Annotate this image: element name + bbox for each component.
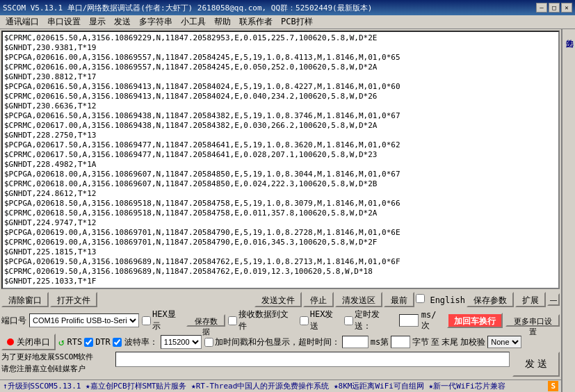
display-line: $CPRMC,020617.50,A,3156.10869477,N,11847… (4, 150, 557, 160)
clear-send-button[interactable]: 清发送区 (335, 292, 382, 307)
display-line: $PCPGA,020618.00,A,3156.10869607,N,11847… (4, 170, 557, 179)
display-line: $CPRMC,020618.50,A,3156.10869518,N,11847… (4, 209, 557, 218)
save-param-button[interactable]: 保存参数 (467, 292, 514, 307)
save-data-button[interactable]: 保存数据 (186, 314, 225, 327)
text-display[interactable]: $PCPGA,020615.00,A,3156.10869174,N,11847… (1, 31, 560, 289)
display-line: $GNHDT,230.9381,T*19 (4, 43, 557, 53)
display-line: $PCPGA,020616.50,A,3156.10869438,N,11847… (4, 111, 557, 121)
display-line: $PCPGA,020616.50,A,3156.10869413,N,11847… (4, 82, 557, 92)
hex-display-checkbox[interactable] (142, 316, 151, 325)
display-line: $GNHDT,225.1033,T*1F (4, 277, 557, 286)
timestamp-settings: 加时间戳和分包显示，超时时间： 0 ms第 1 字节 至 末尾 加校验 None (204, 336, 521, 348)
checksum-label: 加校验 (460, 336, 485, 348)
menu-display[interactable]: 显示 (85, 15, 110, 29)
timed-send-label: 定时发送： (344, 309, 396, 332)
last-button[interactable]: 最前 (384, 292, 414, 307)
left-panel: $PCPGA,020615.00,A,3156.10869174,N,11847… (0, 29, 562, 392)
right-panel: 选的文 (562, 29, 575, 392)
display-line: $PCPGA,020619.00,A,3156.10869701,N,11847… (4, 228, 557, 238)
menu-tools[interactable]: 小工具 (177, 15, 210, 29)
status-text: ↑升级到SSCOM5.13.1 ★嘉立创PCB打样SMT贴片服务 ★RT-Thr… (3, 381, 548, 391)
ms-label: ms第 (371, 336, 389, 348)
send-file-button[interactable]: 发送文件 (254, 292, 302, 307)
dtr-label: DTR (95, 337, 111, 347)
minimize-button[interactable]: — (536, 3, 547, 13)
english-checkbox[interactable] (416, 294, 425, 303)
timeout-input[interactable]: 0 (342, 336, 369, 348)
display-line: $GNHDT,230.6636,T*12 (4, 101, 557, 111)
to-label: 至 (431, 336, 439, 348)
timestamp-label: 加时间戳和分包显示，超时时间： (204, 336, 340, 348)
maximize-button[interactable]: □ (549, 3, 560, 13)
menu-multistring[interactable]: 多字符串 (135, 15, 177, 29)
hex-display-label: HEX显示 (142, 309, 184, 332)
hex-send-label: HEX发送 (300, 309, 341, 332)
display-line: $CPRMC,020616.50,A,3156.10869413,N,11847… (4, 92, 557, 101)
rts-label: RTS (67, 337, 82, 347)
receive-file-label: 接收数据到文件 (228, 309, 297, 332)
menu-send[interactable]: 发送 (110, 15, 135, 29)
main-area: $PCPGA,020615.00,A,3156.10869174,N,11847… (0, 29, 575, 392)
display-line: $PCPGA,020616.00,A,3156.10869557,N,11847… (4, 53, 557, 63)
display-line: $GNHDT,228.4982,T*1A (4, 160, 557, 170)
clear-window-button[interactable]: 清除窗口 (1, 292, 49, 307)
port-status-icon (7, 338, 14, 345)
byte-num-input[interactable]: 1 (391, 336, 410, 348)
checksum-select[interactable]: None (487, 336, 521, 348)
display-line: $CPRMC,020618.00,A,3156.10869607,N,11847… (4, 179, 557, 189)
menu-pcb[interactable]: PCB打样 (277, 15, 317, 29)
dtr-checkbox[interactable] (113, 338, 122, 347)
send-button[interactable]: 发 送 (512, 352, 560, 377)
baud-label: 波特率： (124, 336, 158, 348)
close-port-button[interactable]: 关闭串口 (1, 334, 56, 350)
port-label: 端口号 (1, 315, 26, 327)
toolbar-row1: 清除窗口 打开文件 发送文件 停止 清发送区 最前 English 保存参数 扩… (1, 292, 560, 307)
rts-dtr-group: RTS DTR (67, 337, 121, 347)
menu-bar: 通讯端口 串口设置 显示 发送 多字符串 小工具 帮助 联系作者 PCB打样 (0, 15, 575, 29)
toolbar-row2: 端口号 COM16 Prolific USB-to-Seri HEX显示 保存数… (1, 309, 560, 332)
promote-text: 为了更好地发展SSCOM软件 (1, 352, 113, 362)
add-return-button[interactable]: 加回车换行 (447, 313, 503, 328)
display-line: $GNHDT,224.9747,T*12 (4, 218, 557, 228)
expand-button[interactable]: 扩展 (515, 292, 546, 307)
open-file-button[interactable]: 打开文件 (50, 292, 97, 307)
close-button[interactable]: ✕ (561, 3, 572, 13)
more-ports-button[interactable]: 更多串口设置 (505, 314, 560, 327)
display-line: $CPRMC,020619.50,A,3156.10869689,N,11847… (4, 267, 557, 277)
version-badge: S (548, 381, 558, 391)
byte-label: 字节 (412, 336, 429, 348)
hex-send-checkbox[interactable] (300, 316, 309, 325)
timestamp-checkbox[interactable] (204, 338, 213, 347)
display-line: $CPRMC,020616.00,A,3156.10869557,N,11847… (4, 63, 557, 72)
baud-select[interactable]: 115200 (161, 335, 202, 349)
send-input[interactable]: set logcom com1 (115, 352, 510, 367)
display-line: $GNHDT,225.1815,T*13 (4, 247, 557, 257)
display-line: $CPRMC,020617.00,A,3156.10869438,N,11847… (4, 121, 557, 131)
display-line: $GNHDT,224.8612,T*12 (4, 189, 557, 199)
menu-serial-settings[interactable]: 串口设置 (43, 15, 85, 29)
port-select[interactable]: COM16 Prolific USB-to-Seri (29, 313, 139, 327)
toolbar-row3: 关闭串口 ↺ RTS DTR 波特率： 115200 加时间戳和分包显示，超时时… (1, 334, 560, 350)
rts-checkbox[interactable] (84, 338, 93, 347)
status-bar: ↑升级到SSCOM5.13.1 ★嘉立创PCB打样SMT贴片服务 ★RT-Thr… (0, 379, 561, 392)
menu-contact[interactable]: 联系作者 (235, 15, 277, 29)
tail-label: 末尾 (442, 336, 458, 348)
display-line: $GNHDT,230.8812,T*17 (4, 72, 557, 82)
title-buttons: — □ ✕ (536, 3, 572, 13)
timed-send-checkbox[interactable] (344, 316, 353, 325)
display-line: $CPRMC,020619.00,A,3156.10869701,N,11847… (4, 238, 557, 247)
display-line: $CPRMC,020615.50,A,3156.10869229,N,11847… (4, 33, 557, 43)
menu-port[interactable]: 通讯端口 (1, 15, 43, 29)
refresh-icon[interactable]: ↺ (58, 336, 64, 348)
display-line: $PCPGA,020618.50,A,3156.10869518,N,11847… (4, 199, 557, 209)
title-bar: SSCOM V5.13.1 单口/网络数据调试器(作者:大虾丁) 2618058… (0, 0, 575, 15)
receive-file-checkbox[interactable] (228, 316, 237, 325)
collapse-button[interactable]: — (547, 293, 560, 306)
display-line: $GNHDT,228.2750,T*13 (4, 131, 557, 140)
display-line: $PCPGA,020619.50,A,3156.10869689,N,11847… (4, 257, 557, 267)
menu-help[interactable]: 帮助 (210, 15, 235, 29)
stop-button[interactable]: 停止 (303, 292, 334, 307)
timed-ms-input[interactable]: 18 (399, 314, 419, 327)
close-port-label: 关闭串口 (17, 336, 50, 348)
display-line: $PCPGA,020617.50,A,3156.10869477,N,11847… (4, 140, 557, 150)
